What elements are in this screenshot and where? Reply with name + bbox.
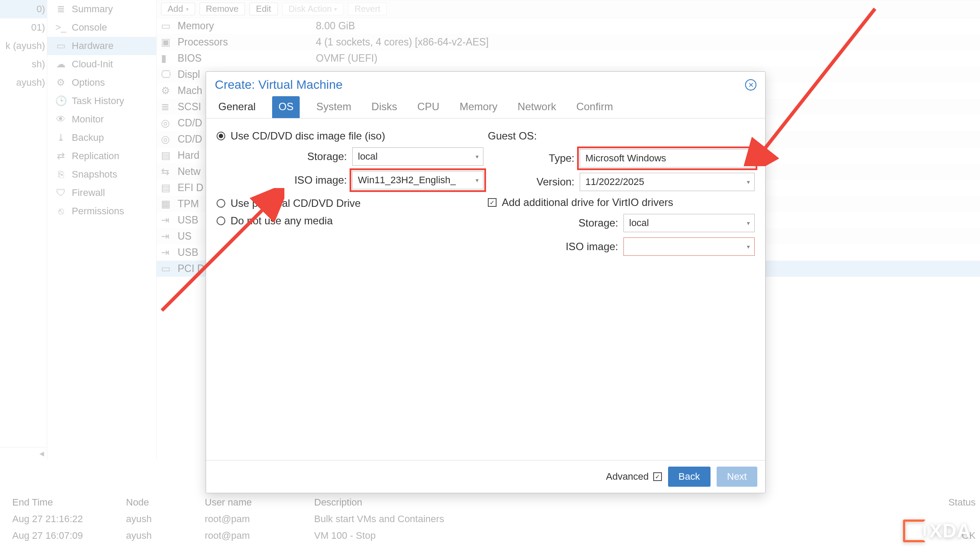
edit-button[interactable]: Edit bbox=[249, 3, 277, 15]
hardware-row-name: Memory bbox=[178, 20, 309, 32]
virtio-storage-combo[interactable]: local ▾ bbox=[623, 214, 755, 232]
disk-action-button[interactable]: Disk Action▾ bbox=[282, 3, 344, 15]
task-log-table: End Time Node User name Description Stat… bbox=[8, 494, 980, 544]
hdd-icon: ▤ bbox=[161, 150, 171, 161]
sidebar-item-backup[interactable]: ⤓Backup bbox=[47, 129, 156, 147]
hardware-icon: ▭ bbox=[56, 41, 66, 51]
radio-no-media-label: Do not use any media bbox=[231, 215, 332, 227]
radio-physical-drive-label: Use physical CD/DVD Drive bbox=[231, 197, 360, 209]
sidebar-item-replication[interactable]: ⇄Replication bbox=[47, 147, 156, 165]
chevron-down-icon: ▾ bbox=[747, 178, 750, 185]
os-type-value: Microsoft Windows bbox=[585, 153, 666, 164]
replication-icon: ⇄ bbox=[56, 151, 66, 161]
hardware-row[interactable]: ▣Processors4 (1 sockets, 4 cores) [x86-6… bbox=[157, 34, 980, 50]
sidebar-item-hardware[interactable]: ▭Hardware bbox=[47, 37, 156, 55]
tree-item[interactable]: 01) bbox=[0, 18, 47, 37]
os-type-combo[interactable]: Microsoft Windows ▾ bbox=[580, 149, 755, 167]
chevron-down-icon: ▾ bbox=[747, 220, 750, 227]
table-header-row: End Time Node User name Description Stat… bbox=[8, 494, 980, 511]
modal-footer: Advanced Back Next bbox=[206, 460, 765, 493]
col-status[interactable]: Status bbox=[919, 497, 976, 508]
cell-end: Aug 27 16:07:09 bbox=[12, 530, 126, 541]
tree-item[interactable]: 0) bbox=[0, 0, 47, 18]
sidebar-item-label: Summary bbox=[72, 3, 113, 15]
tab-general[interactable]: General bbox=[215, 96, 259, 118]
sidebar-item-console[interactable]: >_Console bbox=[47, 18, 156, 37]
sidebar-item-permissions[interactable]: ⎋Permissions bbox=[47, 202, 156, 220]
iso-image-combo[interactable]: Win11_23H2_English_ ▾ bbox=[352, 171, 483, 189]
storage-combo[interactable]: local ▾ bbox=[352, 147, 483, 166]
os-version-combo[interactable]: 11/2022/2025 ▾ bbox=[580, 173, 755, 191]
col-end-time[interactable]: End Time bbox=[12, 497, 126, 508]
table-row[interactable]: Aug 27 21:16:22ayushroot@pamBulk start V… bbox=[8, 511, 980, 527]
revert-button[interactable]: Revert bbox=[348, 3, 387, 15]
col-user[interactable]: User name bbox=[205, 497, 314, 508]
history-icon: 🕒 bbox=[56, 96, 66, 106]
tpm-icon: ▦ bbox=[161, 198, 171, 210]
tab-confirm[interactable]: Confirm bbox=[573, 96, 616, 118]
tab-os[interactable]: OS bbox=[272, 96, 300, 118]
hardware-row-name: Processors bbox=[178, 36, 309, 48]
chevron-down-icon: ▾ bbox=[747, 243, 750, 250]
tab-network[interactable]: Network bbox=[514, 96, 560, 118]
radio-no-media[interactable]: Do not use any media bbox=[217, 212, 483, 230]
advanced-toggle[interactable]: Advanced bbox=[606, 471, 662, 482]
sidebar-item-label: Hardware bbox=[72, 40, 113, 52]
usb-icon: ⇥ bbox=[161, 230, 171, 242]
permissions-icon: ⎋ bbox=[56, 206, 66, 216]
cpu-icon: ▣ bbox=[161, 36, 171, 48]
virtio-checkbox-label: Add additional drive for VirtIO drivers bbox=[502, 196, 673, 209]
version-label: Version: bbox=[536, 176, 574, 188]
tab-system[interactable]: System bbox=[313, 96, 355, 118]
tree-item[interactable]: sh) bbox=[0, 55, 47, 73]
tab-cpu[interactable]: CPU bbox=[414, 96, 443, 118]
summary-icon: ≣ bbox=[56, 4, 66, 14]
col-node[interactable]: Node bbox=[126, 497, 205, 508]
wizard-tabs: GeneralOSSystemDisksCPUMemoryNetworkConf… bbox=[206, 96, 765, 119]
table-row[interactable]: Aug 27 16:07:09ayushroot@pamVM 100 - Sto… bbox=[8, 527, 980, 544]
iso-image-label: ISO image: bbox=[294, 174, 347, 186]
next-button[interactable]: Next bbox=[717, 467, 757, 487]
close-icon[interactable]: ✕ bbox=[745, 79, 756, 91]
back-button[interactable]: Back bbox=[668, 467, 710, 487]
hardware-row-name: BIOS bbox=[178, 52, 309, 64]
remove-button[interactable]: Remove bbox=[200, 3, 245, 15]
advanced-label: Advanced bbox=[606, 471, 649, 482]
checkbox-icon bbox=[488, 198, 497, 207]
col-description[interactable]: Description bbox=[314, 497, 919, 508]
sidebar-item-monitor[interactable]: 👁Monitor bbox=[47, 110, 156, 129]
sidebar-item-snapshots[interactable]: ⎘Snapshots bbox=[47, 165, 156, 184]
tree-item[interactable]: k (ayush) bbox=[0, 37, 47, 55]
hardware-row[interactable]: ▭Memory8.00 GiB bbox=[157, 18, 980, 34]
monitor-icon: 👁 bbox=[56, 115, 66, 124]
sidebar-item-label: Options bbox=[72, 77, 105, 88]
tab-disks[interactable]: Disks bbox=[368, 96, 401, 118]
radio-use-iso[interactable]: Use CD/DVD disc image file (iso) bbox=[217, 127, 483, 145]
radio-icon bbox=[217, 216, 225, 225]
radio-physical-drive[interactable]: Use physical CD/DVD Drive bbox=[217, 195, 483, 212]
sidebar-item-options[interactable]: ⚙Options bbox=[47, 73, 156, 92]
hardware-row[interactable]: ▮BIOSOVMF (UEFI) bbox=[157, 50, 980, 66]
radio-use-iso-label: Use CD/DVD disc image file (iso) bbox=[231, 130, 385, 142]
tab-memory[interactable]: Memory bbox=[456, 96, 501, 118]
tree-collapse-button[interactable] bbox=[0, 447, 47, 459]
add-button[interactable]: Add▾ bbox=[161, 3, 195, 15]
sidebar-item-label: Task History bbox=[72, 95, 124, 107]
cell-node: ayush bbox=[126, 530, 205, 541]
sidebar-item-cloud-init[interactable]: ☁Cloud-Init bbox=[47, 55, 156, 73]
sidebar-item-firewall[interactable]: 🛡Firewall bbox=[47, 184, 156, 202]
virtio-storage-value: local bbox=[629, 217, 649, 229]
disc-icon: ◎ bbox=[161, 133, 171, 145]
memory-icon: ▭ bbox=[161, 20, 171, 32]
bios-icon: ▮ bbox=[161, 52, 171, 64]
sidebar-item-task-history[interactable]: 🕒Task History bbox=[47, 92, 156, 110]
storage-label: Storage: bbox=[307, 150, 347, 163]
virtio-checkbox-row[interactable]: Add additional drive for VirtIO drivers bbox=[488, 194, 755, 211]
virtio-iso-combo[interactable]: ▾ bbox=[623, 237, 755, 256]
cell-node: ayush bbox=[126, 513, 205, 525]
type-row: Type: Microsoft Windows ▾ bbox=[488, 146, 755, 170]
cell-desc: VM 100 - Stop bbox=[314, 530, 919, 541]
sidebar-item-summary[interactable]: ≣Summary bbox=[47, 0, 156, 18]
radio-icon bbox=[217, 132, 225, 140]
tree-item[interactable]: ayush) bbox=[0, 73, 47, 92]
